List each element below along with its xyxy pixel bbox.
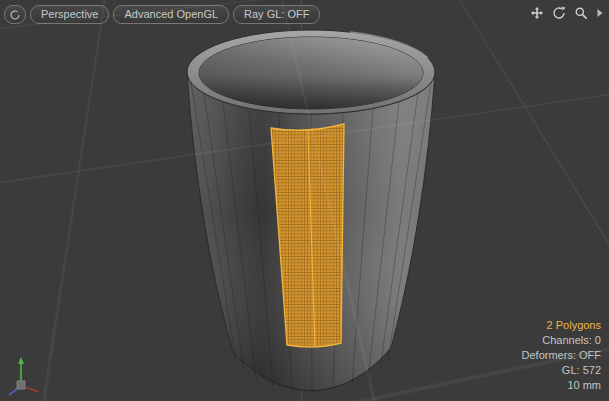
deformers-readout: Deformers: OFF <box>522 348 601 363</box>
cup-inner-wall <box>199 37 423 109</box>
gl-count-readout: GL: 572 <box>522 363 601 378</box>
orbit-widget-icon <box>9 9 21 21</box>
z-axis-arrow <box>9 389 17 395</box>
grid-scale-readout: 10 mm <box>522 378 601 393</box>
viewport-nav-controls <box>530 6 604 20</box>
axis-gizmo <box>6 353 52 399</box>
cup-model[interactable] <box>0 0 609 401</box>
shading-mode-button[interactable]: Advanced OpenGL <box>113 5 229 24</box>
channels-readout: Channels: 0 <box>522 333 601 348</box>
x-axis-arrow <box>25 387 39 392</box>
selection-count: 2 Polygons <box>522 318 601 333</box>
ray-gl-button[interactable]: Ray GL: OFF <box>233 5 320 24</box>
pan-icon[interactable] <box>530 6 544 20</box>
viewport-toolbar: Perspective Advanced OpenGL Ray GL: OFF <box>4 5 320 24</box>
more-arrow-icon[interactable] <box>596 6 604 20</box>
viewport-rotate-widget[interactable] <box>4 5 26 24</box>
3d-viewport[interactable]: Perspective Advanced OpenGL Ray GL: OFF … <box>0 0 609 401</box>
orbit-icon[interactable] <box>552 6 566 20</box>
zoom-icon[interactable] <box>574 6 588 20</box>
viewport-status: 2 Polygons Channels: 0 Deformers: OFF GL… <box>522 318 601 393</box>
view-type-button[interactable]: Perspective <box>30 5 109 24</box>
y-axis-arrow <box>18 357 24 364</box>
gizmo-cube <box>17 381 25 389</box>
